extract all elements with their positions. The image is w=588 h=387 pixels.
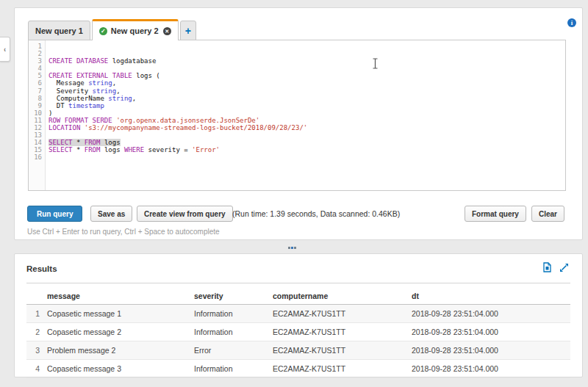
query-success-icon: ✓	[99, 27, 107, 35]
line-number: 7	[29, 87, 45, 95]
line-number: 3	[29, 57, 45, 65]
code-line: LOCATION 's3://mycompanyname-streamed-lo…	[49, 124, 565, 131]
results-title: Results	[26, 264, 57, 273]
table-cell: 1	[26, 305, 47, 322]
code-line: DT timestamp	[49, 102, 565, 109]
expand-results-icon[interactable]	[559, 263, 569, 272]
column-header: computername	[273, 291, 412, 304]
tab-label: New query 1	[35, 26, 83, 35]
table-cell: Error	[194, 341, 273, 359]
chevron-left-icon: ‹	[4, 46, 6, 54]
shortcut-hint: Use Ctrl + Enter to run query, Ctrl + Sp…	[27, 228, 220, 236]
table-header-row: messageseveritycomputernamedt	[26, 291, 570, 305]
code-line	[49, 50, 565, 57]
table-cell: 4	[26, 360, 47, 377]
info-icon[interactable]: i	[567, 18, 576, 27]
table-row: 4Copasetic message 3InformationEC2AMAZ-K…	[26, 360, 570, 378]
line-number: 1	[29, 43, 45, 50]
table-cell: Information	[194, 323, 273, 341]
line-number: 11	[29, 117, 45, 124]
line-number-gutter: 12345678910111213141516	[29, 40, 46, 190]
new-tab-button[interactable]: +	[180, 21, 196, 40]
line-number: 5	[29, 72, 45, 79]
panel-resize-handle[interactable]	[287, 245, 298, 250]
line-number: 12	[29, 124, 45, 131]
table-cell: 2018-09-28 23:51:04.000	[412, 323, 570, 341]
line-number: 13	[29, 131, 45, 139]
code-line: SELECT * FROM logs WHERE severity = 'Err…	[49, 146, 565, 153]
table-cell: Copasetic message 1	[47, 305, 194, 322]
code-line: SELECT * FROM logs	[49, 139, 565, 146]
table-cell: Copasetic message 2	[47, 323, 194, 341]
text-cursor-pointer	[372, 58, 379, 69]
tab-label: New query 2	[111, 26, 159, 35]
table-cell: 2	[26, 323, 47, 341]
column-header: dt	[412, 291, 570, 304]
line-number: 10	[29, 109, 45, 117]
table-cell: EC2AMAZ-K7US1TT	[273, 360, 412, 377]
code-line: CREATE EXTERNAL TABLE logs (	[49, 72, 565, 79]
line-number: 8	[29, 95, 45, 102]
table-cell: 2018-09-28 23:51:04.000	[412, 305, 570, 322]
run-stats-text: (Run time: 1.39 seconds, Data scanned: 0…	[232, 206, 400, 222]
clear-button[interactable]: Clear	[531, 206, 564, 222]
save-as-button[interactable]: Save as	[90, 206, 132, 222]
table-cell: EC2AMAZ-K7US1TT	[273, 323, 412, 341]
code-line	[49, 43, 565, 50]
tab-new-query-2[interactable]: ✓ New query 2 ✕	[92, 19, 179, 40]
code-line: CREATE DATABASE logdatabase	[49, 57, 565, 65]
table-cell: EC2AMAZ-K7US1TT	[273, 341, 412, 359]
create-view-button[interactable]: Create view from query	[137, 206, 233, 222]
run-query-button[interactable]: Run query	[27, 206, 82, 222]
line-number: 2	[29, 50, 45, 57]
line-number: 14	[29, 139, 45, 146]
format-query-button[interactable]: Format query	[465, 206, 526, 222]
code-line: ROW FORMAT SERDE 'org.openx.data.jsonser…	[49, 117, 565, 124]
line-number: 6	[29, 79, 45, 87]
sql-code: CREATE DATABASE logdatabaseCREATE EXTERN…	[46, 40, 565, 190]
query-tabs: New query 1 ✓ New query 2 ✕ +	[28, 20, 198, 40]
code-line	[49, 153, 565, 161]
table-row: 2Copasetic message 2InformationEC2AMAZ-K…	[26, 323, 570, 341]
table-cell: 2018-09-28 23:51:04.000	[412, 341, 570, 359]
table-row: 1Copasetic message 1InformationEC2AMAZ-K…	[26, 305, 570, 323]
code-line: Severity string,	[49, 87, 565, 95]
download-results-icon[interactable]	[543, 262, 551, 272]
table-cell: Copasetic message 3	[47, 360, 194, 377]
code-line	[49, 131, 565, 139]
line-number: 4	[29, 65, 45, 72]
table-cell: Information	[194, 305, 273, 322]
table-cell: Problem message 2	[47, 341, 194, 359]
table-row: 3Problem message 2ErrorEC2AMAZ-K7US1TT20…	[26, 341, 570, 360]
column-header: severity	[194, 291, 273, 304]
sql-editor[interactable]: 12345678910111213141516 CREATE DATABASE …	[28, 40, 566, 191]
athena-query-editor-screen: ‹ i New query 1 ✓ New query 2 ✕ + 123456…	[0, 0, 588, 387]
code-line: Message string,	[49, 79, 565, 87]
close-tab-icon[interactable]: ✕	[163, 27, 171, 35]
table-cell: 2018-09-28 23:51:04.000	[412, 360, 570, 377]
collapse-left-panel-button[interactable]: ‹	[0, 37, 10, 62]
results-panel: Results messageseveritycomputernamedt1Co…	[14, 253, 583, 377]
table-cell: EC2AMAZ-K7US1TT	[273, 305, 412, 322]
code-line	[49, 65, 565, 72]
line-number: 16	[29, 153, 45, 161]
results-table: messageseveritycomputernamedt1Copasetic …	[26, 291, 570, 378]
column-header: message	[47, 291, 194, 304]
table-cell: 3	[26, 341, 47, 359]
line-number: 15	[29, 146, 45, 153]
results-divider	[26, 283, 570, 283]
code-line: ComputerName string,	[49, 95, 565, 102]
code-line: )	[49, 109, 565, 117]
table-cell: Information	[194, 360, 273, 377]
line-number: 9	[29, 102, 45, 109]
query-editor-panel: i New query 1 ✓ New query 2 ✕ + 12345678…	[14, 7, 583, 240]
tab-new-query-1[interactable]: New query 1	[28, 21, 90, 40]
